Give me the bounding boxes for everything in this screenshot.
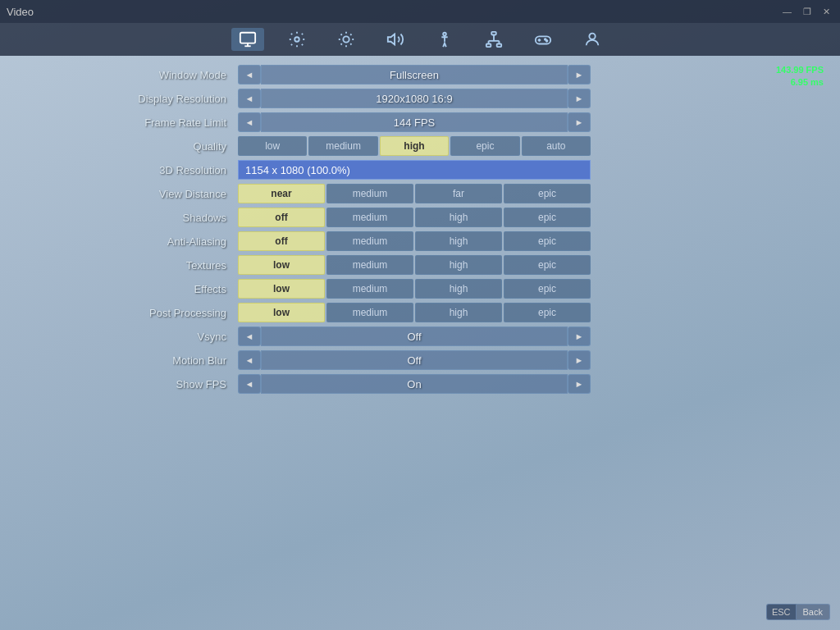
quality-option-epic[interactable]: epic: [450, 136, 519, 156]
viewDistance-option-epic[interactable]: epic: [504, 184, 591, 203]
person-icon: [583, 30, 601, 48]
accessibility-icon: [436, 30, 454, 48]
motion-blur-value: Off: [261, 350, 568, 370]
restore-button[interactable]: ❐: [800, 5, 815, 19]
resolution-3d-row: 3D Resolution 1154 x 1080 (100.0%): [16, 159, 591, 180]
postProcessing-option-low[interactable]: low: [238, 303, 325, 322]
view-distance-label: View Distance: [16, 188, 238, 200]
tab-video[interactable]: [231, 28, 264, 51]
vsync-prev[interactable]: ◄: [238, 326, 261, 346]
antiAliasing-option-off[interactable]: off: [238, 231, 325, 251]
frame-rate-next[interactable]: ►: [568, 112, 591, 132]
postProcessing-option-high[interactable]: high: [415, 303, 502, 322]
effects-option-medium[interactable]: medium: [326, 279, 413, 299]
svg-point-19: [546, 40, 548, 42]
window-mode-row: Window Mode ◄ Fullscreen ►: [16, 64, 591, 85]
textures-option-low[interactable]: low: [238, 255, 325, 275]
speaker-icon: [386, 30, 404, 48]
svg-point-3: [294, 37, 299, 42]
tab-account[interactable]: [576, 28, 609, 51]
frame-rate-prev[interactable]: ◄: [238, 112, 261, 132]
effects-option-low[interactable]: low: [238, 279, 325, 299]
tab-accessibility[interactable]: [428, 28, 461, 51]
network-icon: [485, 30, 503, 48]
display-resolution-row: Display Resolution ◄ 1920x1080 16:9 ►: [16, 88, 591, 109]
textures-option-high[interactable]: high: [415, 255, 502, 275]
view-distance-options: nearmediumfarepic: [238, 184, 591, 203]
textures-options: lowmediumhighepic: [238, 255, 591, 275]
vsync-row: Vsync ◄ Off ►: [16, 326, 591, 347]
back-label: Back: [797, 604, 830, 620]
show-fps-prev[interactable]: ◄: [238, 374, 261, 394]
quality-label: Quality: [16, 140, 238, 153]
quality-option-medium[interactable]: medium: [308, 136, 377, 156]
minimize-button[interactable]: —: [779, 5, 795, 19]
textures-label: Textures: [16, 259, 238, 272]
effects-row: Effects lowmediumhighepic: [16, 278, 591, 299]
quality-option-auto[interactable]: auto: [522, 136, 591, 156]
viewDistance-option-medium[interactable]: medium: [326, 184, 413, 203]
tab-audio[interactable]: [379, 28, 412, 51]
quality-option-low[interactable]: low: [238, 136, 307, 156]
window-mode-prev[interactable]: ◄: [238, 65, 261, 84]
quality-option-high[interactable]: high: [380, 136, 449, 156]
show-fps-label: Show FPS: [16, 378, 238, 390]
viewDistance-option-near[interactable]: near: [238, 184, 325, 203]
antiAliasing-option-high[interactable]: high: [415, 231, 502, 251]
vsync-label: Vsync: [16, 331, 238, 343]
svg-marker-5: [388, 34, 395, 45]
esc-back-area: ESC Back: [766, 604, 830, 620]
textures-option-medium[interactable]: medium: [326, 255, 413, 275]
postProcessing-option-epic[interactable]: epic: [504, 303, 591, 322]
motion-blur-next[interactable]: ►: [568, 350, 591, 370]
display-resolution-next[interactable]: ►: [568, 89, 591, 108]
tab-settings[interactable]: [281, 28, 313, 51]
frame-rate-value: 144 FPS: [261, 112, 568, 132]
monitor-icon: [239, 30, 257, 48]
viewDistance-option-far[interactable]: far: [415, 184, 502, 203]
svg-rect-0: [240, 33, 255, 43]
esc-key: ESC: [766, 604, 797, 620]
display-resolution-value: 1920x1080 16:9: [261, 89, 568, 108]
motion-blur-prev[interactable]: ◄: [238, 350, 261, 370]
close-button[interactable]: ✕: [819, 5, 833, 19]
antiAliasing-option-medium[interactable]: medium: [326, 231, 413, 251]
svg-point-6: [443, 33, 446, 36]
vsync-next[interactable]: ►: [568, 326, 591, 346]
postProcessing-option-medium[interactable]: medium: [326, 303, 413, 322]
display-resolution-label: Display Resolution: [16, 93, 238, 105]
quality-options: lowmediumhighepicauto: [238, 136, 591, 156]
show-fps-next[interactable]: ►: [568, 374, 591, 394]
antiAliasing-option-epic[interactable]: epic: [504, 231, 591, 251]
post-processing-row: Post Processing lowmediumhighepic: [16, 302, 591, 323]
anti-aliasing-label: Anti-Aliasing: [16, 235, 238, 248]
display-resolution-prev[interactable]: ◄: [238, 89, 261, 108]
window-mode-label: Window Mode: [16, 69, 238, 81]
window-mode-next[interactable]: ►: [568, 65, 591, 84]
settings-container: Window Mode ◄ Fullscreen ► Display Resol…: [16, 64, 591, 395]
title-bar: Video — ❐ ✕: [0, 0, 840, 23]
quality-row: Quality lowmediumhighepicauto: [16, 135, 591, 157]
title-bar-controls: — ❐ ✕: [779, 5, 833, 19]
post-processing-label: Post Processing: [16, 307, 238, 319]
effects-option-epic[interactable]: epic: [504, 279, 591, 299]
tab-network[interactable]: [477, 28, 510, 51]
tab-brightness[interactable]: [330, 28, 363, 51]
tab-controller[interactable]: [527, 28, 559, 51]
show-fps-value: On: [261, 374, 568, 394]
shadows-option-off[interactable]: off: [238, 208, 325, 227]
shadows-option-high[interactable]: high: [415, 208, 502, 227]
title-bar-left: Video: [7, 6, 34, 18]
ms-value: 6.95 ms: [776, 76, 824, 89]
shadows-options: offmediumhighepic: [238, 208, 591, 227]
effects-label: Effects: [16, 283, 238, 295]
frame-rate-row: Frame Rate Limit ◄ 144 FPS ►: [16, 112, 591, 133]
shadows-option-epic[interactable]: epic: [504, 208, 591, 227]
shadows-option-medium[interactable]: medium: [326, 208, 413, 227]
textures-option-epic[interactable]: epic: [504, 255, 591, 275]
svg-point-4: [343, 36, 349, 42]
window-mode-value: Fullscreen: [261, 65, 568, 84]
window-title: Video: [7, 6, 34, 18]
effects-option-high[interactable]: high: [415, 279, 502, 299]
gear-icon: [288, 30, 306, 48]
